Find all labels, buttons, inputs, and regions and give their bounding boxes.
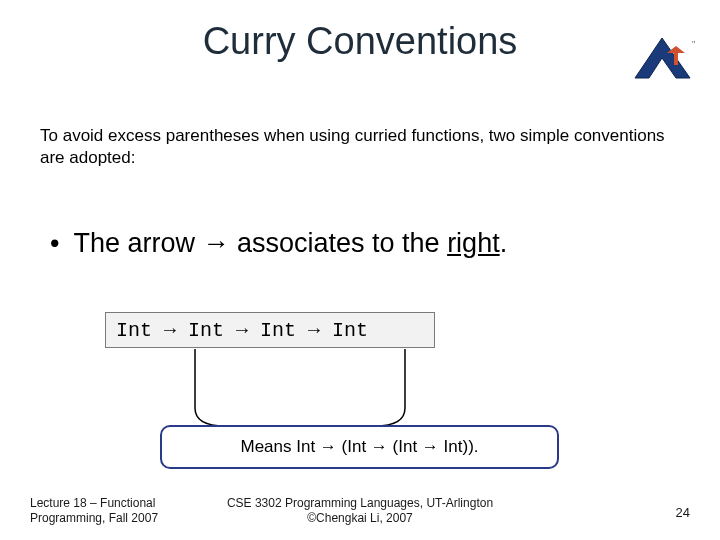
slide: Curry Conventions ™ To avoid excess pare… xyxy=(0,0,720,540)
bullet-pre: The arrow xyxy=(73,228,202,258)
intro-text: To avoid excess parentheses when using c… xyxy=(40,125,680,169)
bullet-post: . xyxy=(500,228,508,258)
page-number: 24 xyxy=(676,505,690,520)
uta-logo: ™ xyxy=(630,30,695,90)
bullet-marker: • xyxy=(50,228,59,259)
connector-line xyxy=(175,348,425,433)
code-box: Int → Int → Int → Int xyxy=(105,312,435,348)
bullet-mid: associates to the xyxy=(230,228,448,258)
means-box: Means Int → (Int → (Int → Int)). xyxy=(160,425,559,469)
footer-center: CSE 3302 Programming Languages, UT-Arlin… xyxy=(0,496,720,525)
svg-text:™: ™ xyxy=(691,40,695,46)
bullet-item: •The arrow → associates to the right. xyxy=(50,228,680,259)
bullet-emph: right xyxy=(447,228,500,258)
footer-center-line2: ©Chengkai Li, 2007 xyxy=(0,511,720,525)
footer-center-line1: CSE 3302 Programming Languages, UT-Arlin… xyxy=(0,496,720,510)
slide-title: Curry Conventions xyxy=(0,20,720,63)
bullet-arrow: → xyxy=(203,228,230,258)
